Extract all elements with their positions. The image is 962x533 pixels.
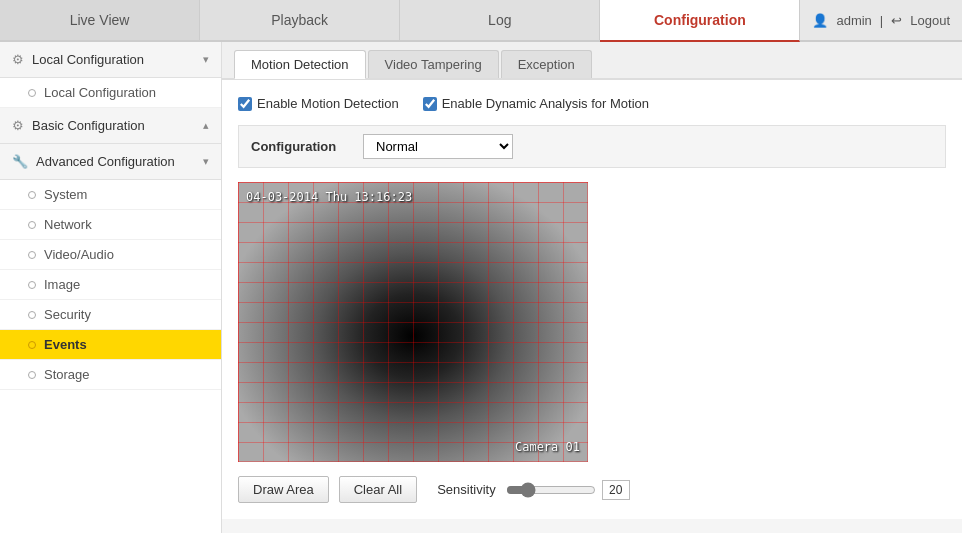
sidebar-item-events[interactable]: Events xyxy=(0,330,221,360)
dot-icon xyxy=(28,191,36,199)
configuration-label: Configuration xyxy=(251,139,351,154)
nav-divider: | xyxy=(880,13,883,28)
dot-icon xyxy=(28,221,36,229)
sidebar-header-basic[interactable]: ⚙ Basic Configuration ▴ xyxy=(0,108,221,144)
logout-icon: ↩ xyxy=(891,13,902,28)
basic-config-arrow: ▴ xyxy=(203,119,209,132)
enable-motion-detection-text: Enable Motion Detection xyxy=(257,96,399,111)
advanced-config-icon: 🔧 xyxy=(12,154,28,169)
sensitivity-label: Sensitivity xyxy=(437,482,496,497)
enable-motion-detection-checkbox[interactable] xyxy=(238,97,252,111)
sidebar-item-local-configuration[interactable]: Local Configuration xyxy=(0,78,221,108)
dot-icon xyxy=(28,311,36,319)
camera-grid-overlay xyxy=(238,182,588,462)
dot-icon xyxy=(28,341,36,349)
camera-label: Camera 01 xyxy=(515,440,580,454)
slider-container: 20 xyxy=(506,480,630,500)
sidebar-section-basic: ⚙ Basic Configuration ▴ xyxy=(0,108,221,144)
camera-timestamp: 04-03-2014 Thu 13:16:23 xyxy=(246,190,412,204)
sidebar: ⚙ Local Configuration ▾ Local Configurat… xyxy=(0,42,222,533)
content-area: Motion Detection Video Tampering Excepti… xyxy=(222,42,962,533)
enable-dynamic-analysis-label[interactable]: Enable Dynamic Analysis for Motion xyxy=(423,96,649,111)
tab-motion-detection[interactable]: Motion Detection xyxy=(234,50,366,79)
enable-motion-detection-label[interactable]: Enable Motion Detection xyxy=(238,96,399,111)
sidebar-item-storage-label: Storage xyxy=(44,367,90,382)
dot-icon xyxy=(28,89,36,97)
sidebar-header-advanced[interactable]: 🔧 Advanced Configuration ▾ xyxy=(0,144,221,180)
sidebar-item-security[interactable]: Security xyxy=(0,300,221,330)
sidebar-item-network-label: Network xyxy=(44,217,92,232)
content-body: Enable Motion Detection Enable Dynamic A… xyxy=(222,79,962,519)
nav-right: 👤 admin | ↩ Logout xyxy=(800,0,962,40)
sensitivity-slider[interactable] xyxy=(506,482,596,498)
sidebar-section-advanced: 🔧 Advanced Configuration ▾ System Networ… xyxy=(0,144,221,390)
sidebar-item-video-audio-label: Video/Audio xyxy=(44,247,114,262)
main-layout: ⚙ Local Configuration ▾ Local Configurat… xyxy=(0,42,962,533)
local-config-arrow: ▾ xyxy=(203,53,209,66)
tab-configuration[interactable]: Configuration xyxy=(600,0,800,42)
advanced-config-arrow: ▾ xyxy=(203,155,209,168)
sidebar-item-storage[interactable]: Storage xyxy=(0,360,221,390)
dot-icon xyxy=(28,371,36,379)
enable-dynamic-analysis-text: Enable Dynamic Analysis for Motion xyxy=(442,96,649,111)
draw-area-button[interactable]: Draw Area xyxy=(238,476,329,503)
tab-video-tampering[interactable]: Video Tampering xyxy=(368,50,499,78)
sidebar-item-video-audio[interactable]: Video/Audio xyxy=(0,240,221,270)
sidebar-item-network[interactable]: Network xyxy=(0,210,221,240)
sidebar-header-local[interactable]: ⚙ Local Configuration ▾ xyxy=(0,42,221,78)
sidebar-item-system[interactable]: System xyxy=(0,180,221,210)
enable-dynamic-analysis-checkbox[interactable] xyxy=(423,97,437,111)
dot-icon xyxy=(28,251,36,259)
sidebar-section-local-label: Local Configuration xyxy=(32,52,144,67)
camera-view: 04-03-2014 Thu 13:16:23 Camera 01 xyxy=(238,182,588,462)
local-config-icon: ⚙ xyxy=(12,52,24,67)
user-icon: 👤 xyxy=(812,13,828,28)
sidebar-section-local: ⚙ Local Configuration ▾ Local Configurat… xyxy=(0,42,221,108)
configuration-select[interactable]: Normal xyxy=(363,134,513,159)
basic-config-icon: ⚙ xyxy=(12,118,24,133)
controls-row: Draw Area Clear All Sensitivity 20 xyxy=(238,476,946,503)
username: admin xyxy=(836,13,871,28)
sidebar-item-events-label: Events xyxy=(44,337,87,352)
sidebar-item-security-label: Security xyxy=(44,307,91,322)
sensitivity-value: 20 xyxy=(602,480,630,500)
clear-all-button[interactable]: Clear All xyxy=(339,476,417,503)
tab-live-view[interactable]: Live View xyxy=(0,0,200,40)
content-tab-bar: Motion Detection Video Tampering Excepti… xyxy=(222,42,962,79)
tab-log[interactable]: Log xyxy=(400,0,600,40)
svg-rect-0 xyxy=(238,182,588,462)
tab-playback[interactable]: Playback xyxy=(200,0,400,40)
logout-link[interactable]: Logout xyxy=(910,13,950,28)
sidebar-item-local-label: Local Configuration xyxy=(44,85,156,100)
top-nav: Live View Playback Log Configuration 👤 a… xyxy=(0,0,962,42)
tab-exception[interactable]: Exception xyxy=(501,50,592,78)
sidebar-section-basic-label: Basic Configuration xyxy=(32,118,145,133)
checkbox-row: Enable Motion Detection Enable Dynamic A… xyxy=(238,96,946,111)
dot-icon xyxy=(28,281,36,289)
configuration-row: Configuration Normal xyxy=(238,125,946,168)
sidebar-item-image[interactable]: Image xyxy=(0,270,221,300)
sidebar-item-system-label: System xyxy=(44,187,87,202)
sidebar-item-image-label: Image xyxy=(44,277,80,292)
sidebar-section-advanced-label: Advanced Configuration xyxy=(36,154,175,169)
